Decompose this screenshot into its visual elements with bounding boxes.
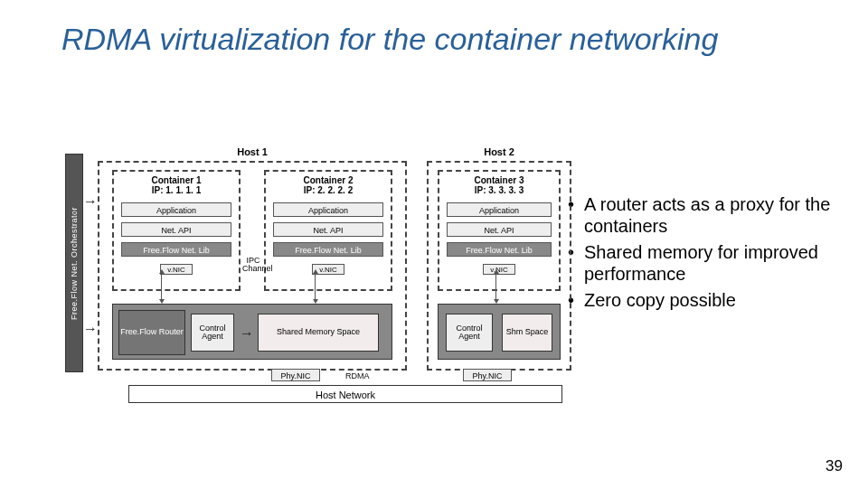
bullet-text: Shared memory for improved performance	[584, 241, 848, 286]
bullet-text: A router acts as a proxy for the contain…	[584, 193, 848, 238]
shared-memory-box: Shared Memory Space	[258, 314, 379, 352]
freeflow-lib-box: Free.Flow Net. Lib	[273, 242, 383, 257]
application-box: Application	[447, 202, 552, 217]
host-network-box: Host Network	[128, 385, 562, 403]
container1-name: Container 1	[151, 175, 201, 185]
connector-line	[161, 273, 162, 300]
bullet-item: •A router acts as a proxy for the contai…	[568, 193, 848, 238]
phynic-box: Phy.NIC	[271, 369, 320, 381]
netapi-box: Net. API	[121, 222, 231, 237]
phynic-box: Phy.NIC	[463, 369, 512, 381]
application-box: Application	[121, 202, 231, 217]
orchestrator-box: Free.Flow Net. Orchestrator	[65, 154, 83, 372]
arrow-icon: →	[83, 194, 98, 209]
architecture-diagram: Free.Flow Net. Orchestrator Host 1 Conta…	[74, 145, 559, 405]
container2-box: Container 2 IP: 2. 2. 2. 2 Application N…	[264, 170, 392, 291]
arrow-icon: →	[240, 326, 254, 341]
bullet-list: •A router acts as a proxy for the contai…	[568, 193, 848, 314]
slide-title: RDMA virtualization for the container ne…	[61, 22, 718, 57]
control-agent-box: Control Agent	[191, 314, 234, 352]
rdma-label: RDMA	[345, 372, 370, 380]
connector-line	[495, 273, 496, 300]
page-number: 39	[826, 457, 843, 475]
freeflow-lib-box: Free.Flow Net. Lib	[447, 242, 552, 257]
router-zone-2: Control Agent Shm Space	[438, 304, 561, 360]
bullet-item: •Shared memory for improved performance	[568, 241, 848, 286]
vnic-box: v.NIC	[483, 264, 515, 275]
container3-name: Container 3	[474, 175, 524, 185]
control-agent-box: Control Agent	[446, 314, 493, 352]
container3-box: Container 3 IP: 3. 3. 3. 3 Application N…	[438, 170, 561, 291]
application-box: Application	[273, 202, 383, 217]
ipc-label: IPC Channel	[242, 257, 264, 274]
freeflow-router-box: Free.Flow Router	[118, 310, 185, 355]
container1-label: Container 1 IP: 1. 1. 1. 1	[114, 175, 239, 195]
vnic-box: v.NIC	[160, 264, 193, 275]
arrow-icon: →	[83, 322, 98, 336]
bullet-item: •Zero copy possible	[568, 289, 848, 311]
connector-line	[315, 273, 316, 300]
shm-space-box: Shm Space	[502, 314, 552, 352]
router-zone-1: Free.Flow Router Control Agent → Shared …	[112, 304, 392, 360]
host2-label: Host 2	[484, 146, 514, 157]
netapi-box: Net. API	[447, 222, 552, 237]
container2-label: Container 2 IP: 2. 2. 2. 2	[266, 175, 391, 195]
freeflow-lib-box: Free.Flow Net. Lib	[121, 242, 231, 257]
host2-box: Host 2 Container 3 IP: 3. 3. 3. 3 Applic…	[427, 161, 571, 371]
container3-ip: IP: 3. 3. 3. 3	[475, 185, 524, 195]
host1-label: Host 1	[237, 146, 268, 157]
container2-ip: IP: 2. 2. 2. 2	[304, 185, 353, 195]
container1-ip: IP: 1. 1. 1. 1	[152, 185, 201, 195]
container2-name: Container 2	[303, 175, 353, 185]
host1-box: Host 1 Container 1 IP: 1. 1. 1. 1 Applic…	[98, 161, 407, 371]
netapi-box: Net. API	[273, 222, 383, 237]
container3-label: Container 3 IP: 3. 3. 3. 3	[439, 175, 559, 195]
bullet-text: Zero copy possible	[584, 289, 736, 311]
container1-box: Container 1 IP: 1. 1. 1. 1 Application N…	[112, 170, 241, 291]
